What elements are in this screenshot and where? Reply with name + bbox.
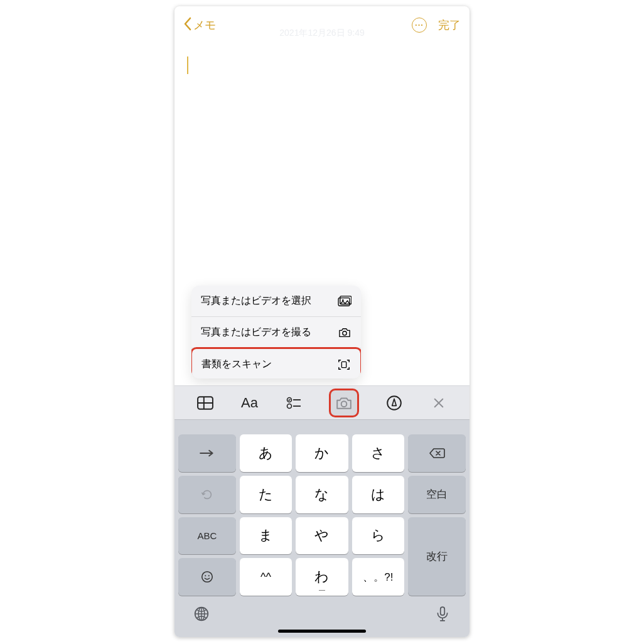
key-abc[interactable]: ABC: [178, 517, 236, 555]
more-menu-icon[interactable]: [412, 18, 427, 33]
home-indicator[interactable]: [278, 630, 366, 633]
key-na[interactable]: な: [296, 476, 348, 513]
globe-icon[interactable]: [193, 606, 210, 625]
key-a[interactable]: あ: [240, 434, 292, 472]
japanese-keyboard: あ か さ た な は 空白 ABC ま や ら 改行 ^^ わ: [174, 419, 470, 637]
table-icon[interactable]: [196, 394, 214, 412]
key-return[interactable]: 改行: [408, 517, 466, 596]
svg-point-14: [202, 572, 213, 582]
key-emoji[interactable]: [178, 558, 236, 596]
menu-take-media[interactable]: 写真またはビデオを撮る: [191, 317, 361, 348]
back-button[interactable]: メモ: [183, 17, 216, 34]
key-ma[interactable]: ま: [240, 517, 292, 555]
key-undo[interactable]: [178, 476, 236, 513]
chevron-left-icon: [183, 17, 192, 34]
phone-screen: メモ 完了 2021年12月26日 9:49 写真またはビデオを選択 写真または…: [174, 6, 470, 637]
notes-toolbar: Aa: [174, 385, 470, 419]
key-ya[interactable]: や: [296, 517, 348, 555]
camera-context-menu: 写真またはビデオを選択 写真またはビデオを撮る 書類をスキャン: [191, 286, 361, 378]
dictation-icon[interactable]: [434, 606, 451, 625]
back-label: メモ: [193, 18, 216, 33]
camera-icon: [335, 394, 353, 412]
markup-icon[interactable]: [385, 394, 403, 412]
svg-point-3: [343, 331, 346, 335]
key-wa[interactable]: わ: [296, 558, 348, 596]
menu-item-label: 書類をスキャン: [201, 358, 272, 371]
svg-point-15: [205, 575, 206, 576]
close-keyboard-button[interactable]: [430, 394, 448, 412]
camera-toolbar-button[interactable]: [329, 389, 359, 417]
text-format-button[interactable]: Aa: [240, 394, 258, 412]
key-face[interactable]: ^^: [240, 558, 292, 596]
svg-point-16: [208, 575, 210, 576]
svg-point-13: [388, 396, 402, 410]
key-backspace[interactable]: [408, 434, 466, 472]
svg-rect-4: [341, 362, 346, 367]
key-punct[interactable]: 、。?!: [352, 558, 404, 596]
key-ka[interactable]: か: [296, 434, 348, 472]
menu-scan-documents[interactable]: 書類をスキャン: [191, 347, 361, 378]
svg-point-2: [342, 299, 344, 301]
svg-point-10: [287, 404, 291, 408]
key-next-candidate[interactable]: [178, 434, 236, 472]
key-ha[interactable]: は: [352, 476, 404, 513]
text-cursor: [187, 56, 188, 74]
checklist-icon[interactable]: [285, 394, 303, 412]
svg-point-12: [341, 401, 347, 407]
menu-item-label: 写真またはビデオを選択: [201, 294, 311, 308]
key-sa[interactable]: さ: [352, 434, 404, 472]
note-timestamp: 2021年12月26日 9:49: [279, 28, 364, 39]
key-ta[interactable]: た: [240, 476, 292, 513]
photo-library-icon: [338, 296, 352, 307]
camera-icon: [338, 327, 352, 338]
scan-icon: [337, 359, 351, 370]
menu-item-label: 写真またはビデオを撮る: [201, 326, 311, 339]
menu-select-media[interactable]: 写真またはビデオを選択: [191, 286, 361, 317]
svg-rect-19: [441, 607, 445, 615]
key-space[interactable]: 空白: [408, 476, 466, 513]
done-button[interactable]: 完了: [438, 18, 461, 33]
key-ra[interactable]: ら: [352, 517, 404, 555]
